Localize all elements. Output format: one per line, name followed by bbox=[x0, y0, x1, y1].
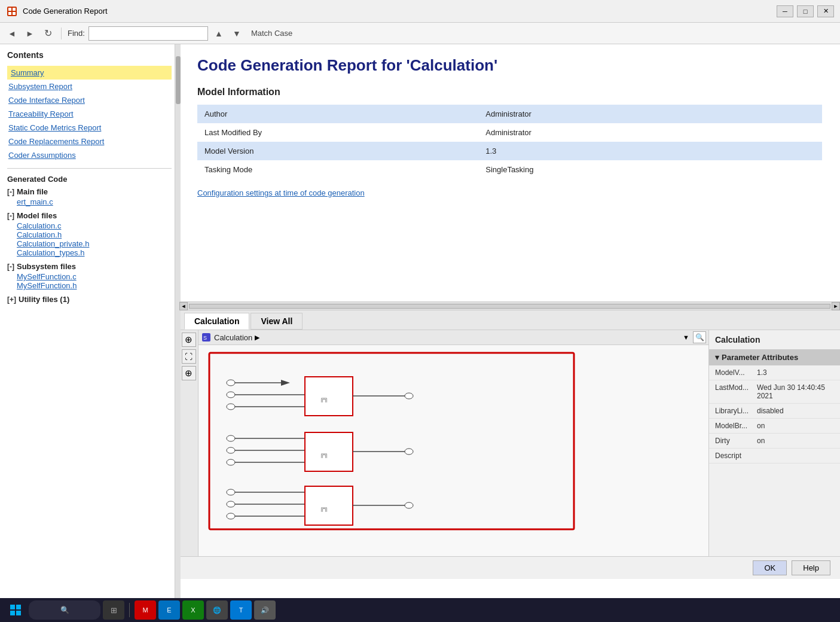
svg-text:S: S bbox=[203, 335, 207, 341]
utility-files-bracket: [+] bbox=[7, 295, 16, 304]
tab-view-all[interactable]: View All bbox=[251, 313, 303, 330]
param-section-label: Parameter Attributes bbox=[722, 353, 798, 362]
sidebar-scroll[interactable]: Contents Summary Subsystem Report Code I… bbox=[0, 44, 179, 622]
forward-button[interactable]: ► bbox=[23, 26, 37, 41]
app-icon bbox=[6, 5, 18, 17]
calculation-c-link[interactable]: Calculation.c bbox=[17, 221, 61, 230]
taskbar-task-view-btn[interactable]: ⊞ bbox=[103, 600, 124, 620]
table-cell-key: Tasking Mode bbox=[197, 160, 478, 179]
svg-point-38 bbox=[405, 502, 413, 508]
param-section-header[interactable]: ▾ Parameter Attributes bbox=[709, 349, 840, 365]
ok-button[interactable]: OK bbox=[753, 560, 787, 575]
taskbar: 🔍 ⊞ M E X 🌐 T 🔊 bbox=[0, 598, 840, 622]
subsystem-files-label: Subsystem files bbox=[17, 262, 76, 271]
toolbar: ◄ ► ↻ Find: ▲ ▼ Match Case bbox=[0, 23, 840, 44]
taskbar-app-1[interactable]: M bbox=[135, 600, 156, 620]
myselffunc-h-link[interactable]: MySelfFunction.h bbox=[17, 281, 77, 290]
report-content: Code Generation Report for 'Calculation'… bbox=[179, 44, 840, 301]
calculation-types-h-link[interactable]: Calculation_types.h bbox=[17, 248, 84, 257]
table-cell-value: Administrator bbox=[478, 105, 822, 123]
maximize-button[interactable]: □ bbox=[797, 5, 814, 17]
model-files-bracket: [-] bbox=[7, 212, 14, 220]
myselffunc-c-link[interactable]: MySelfFunction.c bbox=[17, 272, 77, 281]
contents-title: Contents bbox=[7, 50, 172, 60]
diagram-nav-arrow: ▶ bbox=[255, 334, 259, 342]
main-file-label: Main file bbox=[17, 187, 48, 196]
sidebar-item-code-replacements[interactable]: Code Replacements Report bbox=[7, 135, 172, 148]
param-name-modelbr: ModelBr... bbox=[715, 422, 757, 430]
close-button[interactable]: ✕ bbox=[817, 5, 834, 17]
param-name-dirty: Dirty bbox=[715, 437, 757, 445]
param-name-modelv: ModelV... bbox=[715, 368, 757, 377]
diagram-zoom-in-btn[interactable]: ⊕ bbox=[182, 366, 196, 380]
sidebar-item-traceability[interactable]: Traceability Report bbox=[7, 107, 172, 121]
title-bar-controls: ─ □ ✕ bbox=[777, 5, 834, 17]
refresh-button[interactable]: ↻ bbox=[41, 26, 55, 41]
match-case-label: Match Case bbox=[251, 29, 292, 38]
taskbar-start-btn[interactable] bbox=[5, 600, 26, 620]
taskbar-app-2[interactable]: E bbox=[158, 600, 180, 620]
diagram-zoom-reset-btn[interactable]: ⊕ bbox=[182, 333, 196, 347]
taskbar-app-3[interactable]: X bbox=[182, 600, 204, 620]
sidebar-item-subsystem[interactable]: Subsystem Report bbox=[7, 80, 172, 93]
h-scroll-track[interactable] bbox=[189, 304, 830, 309]
find-next-button[interactable]: ▼ bbox=[230, 26, 244, 41]
utility-files-section: [+] Utility files (1) bbox=[7, 294, 172, 305]
svg-point-28 bbox=[405, 449, 413, 455]
h-scroll-left[interactable]: ◄ bbox=[179, 302, 188, 310]
sidebar-item-code-interface[interactable]: Code Interface Report bbox=[7, 93, 172, 107]
main-file-items: ert_main.c bbox=[7, 197, 172, 206]
param-value-descript bbox=[757, 452, 834, 460]
svg-rect-39 bbox=[10, 605, 15, 609]
minimize-button[interactable]: ─ bbox=[777, 5, 793, 17]
toolbar-separator bbox=[61, 28, 62, 39]
param-section: ▾ Parameter Attributes ModelV... 1.3 Las… bbox=[709, 349, 840, 464]
diagram-left-controls: ⊕ ⛶ ⊕ bbox=[179, 330, 198, 556]
table-cell-value: 1.3 bbox=[478, 142, 822, 160]
sidebar-item-summary[interactable]: Summary bbox=[7, 66, 172, 80]
find-input[interactable] bbox=[88, 26, 208, 41]
svg-marker-10 bbox=[281, 380, 290, 386]
nav-divider bbox=[7, 168, 172, 169]
diagram-toolbar: S Calculation ▶ ▼ 🔍 bbox=[198, 330, 708, 345]
sidebar-item-static-code[interactable]: Static Code Metrics Report bbox=[7, 121, 172, 135]
svg-point-24 bbox=[227, 459, 235, 465]
svg-point-34 bbox=[227, 513, 235, 519]
bottom-panel: Calculation View All ⊕ ⛶ ⊕ bbox=[179, 310, 840, 579]
table-cell-key: Author bbox=[197, 105, 478, 123]
back-button[interactable]: ◄ bbox=[5, 26, 19, 41]
model-files-section: [-] Model files bbox=[7, 210, 172, 221]
main-file-bracket: [-] bbox=[7, 188, 14, 196]
tab-calculation[interactable]: Calculation bbox=[184, 313, 249, 330]
taskbar-app-5[interactable]: T bbox=[230, 600, 252, 620]
calculation-private-h-link[interactable]: Calculation_private.h bbox=[17, 239, 89, 248]
model-info-table: Author Administrator Last Modified By Ad… bbox=[197, 105, 822, 179]
find-prev-button[interactable]: ▲ bbox=[212, 26, 226, 41]
svg-point-30 bbox=[227, 489, 235, 495]
sidebar-scrollbar[interactable] bbox=[175, 44, 179, 598]
calculation-h-link[interactable]: Calculation.h bbox=[17, 230, 62, 239]
model-files-items: Calculation.c Calculation.h Calculation_… bbox=[7, 221, 172, 257]
table-row: Last Modified By Administrator bbox=[197, 123, 822, 142]
taskbar-app-6[interactable]: 🔊 bbox=[254, 600, 276, 620]
diagram-search-btn[interactable]: 🔍 bbox=[693, 331, 706, 343]
sidebar: Contents Summary Subsystem Report Code I… bbox=[0, 44, 179, 622]
svg-point-18 bbox=[405, 393, 413, 399]
right-panel: Calculation ▾ Parameter Attributes Model… bbox=[708, 330, 840, 556]
help-button[interactable]: Help bbox=[792, 560, 830, 575]
diagram-breadcrumb: S Calculation ▶ bbox=[201, 332, 678, 343]
title-bar-left: Code Generation Report bbox=[6, 5, 108, 17]
diagram-fit-btn[interactable]: ⛶ bbox=[182, 349, 196, 364]
sidebar-item-coder-assumptions[interactable]: Coder Assumptions bbox=[7, 148, 172, 162]
param-name-librarylink: LibraryLi... bbox=[715, 407, 757, 415]
taskbar-sep bbox=[129, 603, 130, 617]
ert-main-c-link[interactable]: ert_main.c bbox=[17, 197, 53, 206]
taskbar-search-btn[interactable]: 🔍 bbox=[29, 600, 100, 620]
config-link[interactable]: Configuration settings at time of code g… bbox=[197, 188, 365, 197]
horizontal-scrollbar[interactable]: ◄ ► bbox=[179, 301, 840, 310]
h-scroll-right[interactable]: ► bbox=[832, 302, 840, 310]
diagram-dropdown-btn[interactable]: ▼ bbox=[680, 333, 692, 342]
right-panel-title: Calculation bbox=[709, 330, 840, 349]
svg-point-22 bbox=[227, 447, 235, 453]
taskbar-app-4[interactable]: 🌐 bbox=[206, 600, 228, 620]
